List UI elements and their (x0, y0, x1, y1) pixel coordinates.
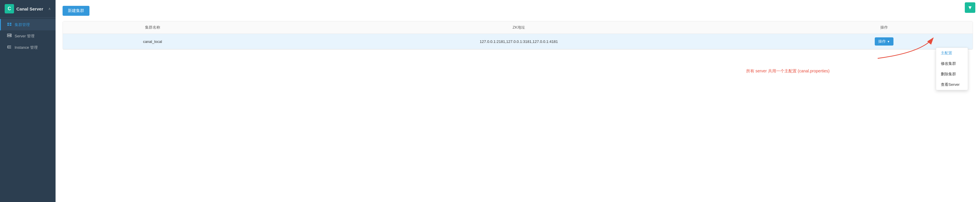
top-bar: ▼ (965, 2, 975, 13)
svg-rect-1 (10, 23, 11, 24)
action-dropdown-menu: 主配置 修改集群 删除集群 查看Server (936, 47, 968, 90)
cell-cluster-name: canal_local (63, 34, 242, 49)
sidebar-item-cluster-label: 集群管理 (14, 22, 30, 27)
svg-rect-3 (10, 25, 11, 26)
dropdown-item-edit-cluster[interactable]: 修改集群 (936, 58, 968, 69)
action-button-label: 操作 (878, 39, 886, 44)
sidebar-item-instance-label: Instance 管理 (14, 45, 38, 50)
new-cluster-button[interactable]: 新建集群 (62, 6, 89, 16)
svg-rect-2 (7, 25, 9, 26)
user-avatar-button[interactable]: ▼ (965, 2, 975, 13)
sidebar-item-server[interactable]: Server 管理 (0, 30, 56, 42)
col-zk: ZK地址 (242, 21, 795, 34)
svg-rect-0 (7, 23, 9, 24)
instance-icon (7, 45, 12, 50)
sidebar-logo: C Canal Server ∧ (0, 0, 56, 18)
sidebar-title: Canal Server (16, 6, 43, 11)
logo-icon: C (5, 4, 14, 13)
col-action: 操作 (795, 21, 973, 34)
page-header: 新建集群 (62, 6, 973, 16)
main-content: ▼ 新建集群 集群名称 ZK地址 操作 canal_local 127.0.0.… (56, 0, 980, 202)
svg-point-6 (10, 34, 11, 35)
cluster-icon (7, 22, 12, 27)
cell-action: 操作 ▼ (795, 34, 973, 49)
dropdown-item-delete-cluster[interactable]: 删除集群 (936, 69, 968, 79)
action-button-arrow: ▼ (887, 40, 890, 43)
sidebar: C Canal Server ∧ 集群管理 (0, 0, 56, 202)
sidebar-item-instance[interactable]: Instance 管理 (0, 42, 56, 53)
annotation-text: 所有 server 共用一个主配置 (canal.properties) (746, 69, 830, 74)
avatar-chevron: ▼ (967, 5, 973, 11)
server-icon (7, 33, 12, 39)
cell-zk-address: 127.0.0.1:2181,127.0.0.1:3181,127.0.0.1:… (242, 34, 795, 49)
action-button[interactable]: 操作 ▼ (875, 37, 894, 46)
svg-point-7 (10, 36, 11, 36)
table-header-row: 集群名称 ZK地址 操作 (63, 21, 973, 34)
sidebar-item-server-label: Server 管理 (14, 33, 35, 39)
col-name: 集群名称 (63, 21, 242, 34)
sidebar-item-cluster[interactable]: 集群管理 (0, 19, 56, 30)
dropdown-item-view-server[interactable]: 查看Server (936, 79, 968, 90)
table-row: canal_local 127.0.0.1:2181,127.0.0.1:318… (63, 34, 973, 49)
sidebar-chevron: ∧ (48, 7, 51, 11)
cluster-table: 集群名称 ZK地址 操作 canal_local 127.0.0.1:2181,… (63, 21, 973, 49)
dropdown-item-main-config[interactable]: 主配置 (936, 48, 968, 58)
sidebar-nav: 集群管理 Server 管理 (0, 18, 56, 54)
cluster-table-container: 集群名称 ZK地址 操作 canal_local 127.0.0.1:2181,… (62, 21, 973, 50)
